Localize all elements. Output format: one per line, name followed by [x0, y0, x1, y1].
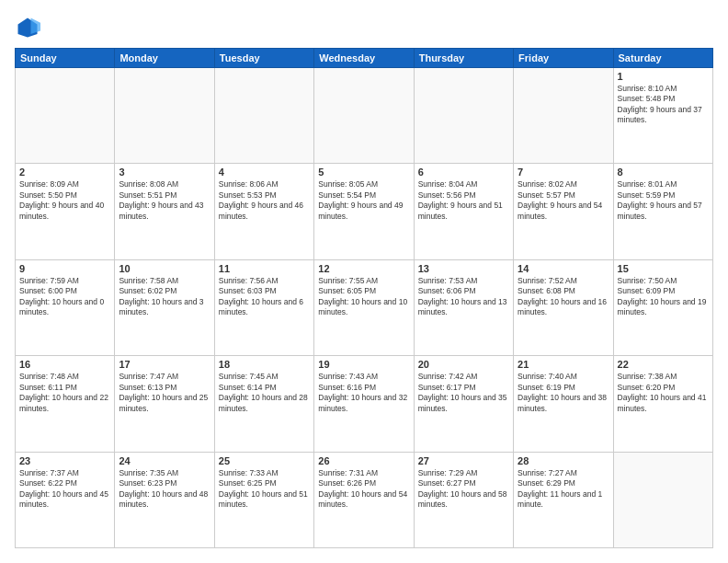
header — [15, 15, 713, 40]
weekday-header-sunday: Sunday — [16, 49, 115, 68]
day-number: 2 — [19, 167, 110, 178]
calendar-cell: 15Sunrise: 7:50 AM Sunset: 6:09 PM Dayli… — [613, 259, 712, 355]
weekday-header-tuesday: Tuesday — [214, 49, 313, 68]
day-number: 1 — [618, 71, 709, 82]
calendar-cell — [115, 68, 214, 164]
day-info: Sunrise: 7:29 AM Sunset: 6:27 PM Dayligh… — [418, 468, 509, 511]
calendar-week-3: 9Sunrise: 7:59 AM Sunset: 6:00 PM Daylig… — [16, 259, 713, 355]
day-info: Sunrise: 7:31 AM Sunset: 6:26 PM Dayligh… — [318, 468, 409, 511]
calendar-week-4: 16Sunrise: 7:48 AM Sunset: 6:11 PM Dayli… — [16, 356, 713, 452]
calendar-cell: 14Sunrise: 7:52 AM Sunset: 6:08 PM Dayli… — [514, 259, 613, 355]
day-info: Sunrise: 7:56 AM Sunset: 6:03 PM Dayligh… — [219, 276, 310, 318]
day-info: Sunrise: 7:58 AM Sunset: 6:02 PM Dayligh… — [119, 276, 210, 318]
calendar-cell: 22Sunrise: 7:38 AM Sunset: 6:20 PM Dayli… — [613, 356, 712, 452]
calendar-week-2: 2Sunrise: 8:09 AM Sunset: 5:50 PM Daylig… — [16, 164, 713, 259]
calendar-cell: 17Sunrise: 7:47 AM Sunset: 6:13 PM Dayli… — [115, 356, 214, 452]
calendar-cell: 27Sunrise: 7:29 AM Sunset: 6:27 PM Dayli… — [414, 452, 513, 547]
calendar-cell — [314, 68, 414, 164]
calendar-cell: 24Sunrise: 7:35 AM Sunset: 6:23 PM Dayli… — [115, 452, 214, 547]
calendar-cell: 21Sunrise: 7:40 AM Sunset: 6:19 PM Dayli… — [514, 356, 613, 452]
calendar-cell: 8Sunrise: 8:01 AM Sunset: 5:59 PM Daylig… — [613, 164, 712, 259]
day-number: 24 — [119, 455, 210, 466]
calendar-week-1: 1Sunrise: 8:10 AM Sunset: 5:48 PM Daylig… — [16, 68, 713, 164]
day-number: 3 — [119, 167, 210, 178]
day-number: 5 — [318, 167, 409, 178]
day-info: Sunrise: 7:55 AM Sunset: 6:05 PM Dayligh… — [318, 276, 409, 318]
day-info: Sunrise: 8:05 AM Sunset: 5:54 PM Dayligh… — [318, 179, 409, 222]
calendar-cell: 13Sunrise: 7:53 AM Sunset: 6:06 PM Dayli… — [414, 259, 513, 355]
day-info: Sunrise: 7:38 AM Sunset: 6:20 PM Dayligh… — [618, 372, 709, 414]
day-info: Sunrise: 7:33 AM Sunset: 6:25 PM Dayligh… — [219, 468, 310, 511]
day-info: Sunrise: 7:42 AM Sunset: 6:17 PM Dayligh… — [418, 372, 509, 414]
day-number: 17 — [119, 359, 210, 370]
calendar-cell: 25Sunrise: 7:33 AM Sunset: 6:25 PM Dayli… — [214, 452, 313, 547]
day-info: Sunrise: 7:37 AM Sunset: 6:22 PM Dayligh… — [19, 468, 110, 511]
day-number: 7 — [518, 167, 609, 178]
logo-icon — [15, 15, 40, 40]
calendar-cell: 6Sunrise: 8:04 AM Sunset: 5:56 PM Daylig… — [414, 164, 513, 259]
weekday-header-wednesday: Wednesday — [314, 49, 414, 68]
calendar-cell: 9Sunrise: 7:59 AM Sunset: 6:00 PM Daylig… — [16, 259, 115, 355]
day-info: Sunrise: 8:01 AM Sunset: 5:59 PM Dayligh… — [618, 179, 709, 222]
calendar-cell: 12Sunrise: 7:55 AM Sunset: 6:05 PM Dayli… — [314, 259, 414, 355]
day-info: Sunrise: 8:06 AM Sunset: 5:53 PM Dayligh… — [219, 179, 310, 222]
calendar-week-5: 23Sunrise: 7:37 AM Sunset: 6:22 PM Dayli… — [16, 452, 713, 547]
day-info: Sunrise: 8:09 AM Sunset: 5:50 PM Dayligh… — [19, 179, 110, 222]
svg-marker-1 — [31, 18, 41, 35]
day-number: 10 — [119, 263, 210, 274]
calendar-cell: 11Sunrise: 7:56 AM Sunset: 6:03 PM Dayli… — [214, 259, 313, 355]
day-number: 20 — [418, 359, 509, 370]
day-number: 4 — [219, 167, 310, 178]
day-number: 9 — [19, 263, 110, 274]
day-info: Sunrise: 8:10 AM Sunset: 5:48 PM Dayligh… — [618, 84, 709, 126]
day-number: 13 — [418, 263, 509, 274]
day-number: 19 — [318, 359, 409, 370]
calendar-cell: 10Sunrise: 7:58 AM Sunset: 6:02 PM Dayli… — [115, 259, 214, 355]
day-info: Sunrise: 7:45 AM Sunset: 6:14 PM Dayligh… — [219, 372, 310, 414]
day-info: Sunrise: 7:52 AM Sunset: 6:08 PM Dayligh… — [518, 276, 609, 318]
day-number: 23 — [19, 455, 110, 466]
day-number: 6 — [418, 167, 509, 178]
day-info: Sunrise: 8:08 AM Sunset: 5:51 PM Dayligh… — [119, 179, 210, 222]
calendar-cell: 2Sunrise: 8:09 AM Sunset: 5:50 PM Daylig… — [16, 164, 115, 259]
day-number: 15 — [618, 263, 709, 274]
day-info: Sunrise: 7:40 AM Sunset: 6:19 PM Dayligh… — [518, 372, 609, 414]
page: SundayMondayTuesdayWednesdayThursdayFrid… — [0, 0, 728, 563]
logo — [15, 15, 44, 40]
calendar-cell: 26Sunrise: 7:31 AM Sunset: 6:26 PM Dayli… — [314, 452, 414, 547]
calendar-cell: 1Sunrise: 8:10 AM Sunset: 5:48 PM Daylig… — [613, 68, 712, 164]
day-number: 26 — [318, 455, 409, 466]
day-info: Sunrise: 7:35 AM Sunset: 6:23 PM Dayligh… — [119, 468, 210, 511]
calendar-cell — [16, 68, 115, 164]
calendar-cell: 3Sunrise: 8:08 AM Sunset: 5:51 PM Daylig… — [115, 164, 214, 259]
calendar-cell — [214, 68, 313, 164]
weekday-header-row: SundayMondayTuesdayWednesdayThursdayFrid… — [16, 49, 713, 68]
day-info: Sunrise: 7:43 AM Sunset: 6:16 PM Dayligh… — [318, 372, 409, 414]
day-info: Sunrise: 7:50 AM Sunset: 6:09 PM Dayligh… — [618, 276, 709, 318]
day-number: 21 — [518, 359, 609, 370]
calendar-cell: 20Sunrise: 7:42 AM Sunset: 6:17 PM Dayli… — [414, 356, 513, 452]
calendar-cell — [414, 68, 513, 164]
day-number: 18 — [219, 359, 310, 370]
day-info: Sunrise: 7:48 AM Sunset: 6:11 PM Dayligh… — [19, 372, 110, 414]
calendar-cell — [613, 452, 712, 547]
calendar-cell: 7Sunrise: 8:02 AM Sunset: 5:57 PM Daylig… — [514, 164, 613, 259]
calendar-table: SundayMondayTuesdayWednesdayThursdayFrid… — [15, 48, 713, 548]
day-number: 12 — [318, 263, 409, 274]
day-info: Sunrise: 7:47 AM Sunset: 6:13 PM Dayligh… — [119, 372, 210, 414]
weekday-header-monday: Monday — [115, 49, 214, 68]
calendar-cell: 19Sunrise: 7:43 AM Sunset: 6:16 PM Dayli… — [314, 356, 414, 452]
calendar-cell: 4Sunrise: 8:06 AM Sunset: 5:53 PM Daylig… — [214, 164, 313, 259]
day-info: Sunrise: 7:59 AM Sunset: 6:00 PM Dayligh… — [19, 276, 110, 318]
day-info: Sunrise: 7:53 AM Sunset: 6:06 PM Dayligh… — [418, 276, 509, 318]
day-number: 16 — [19, 359, 110, 370]
day-number: 25 — [219, 455, 310, 466]
calendar-cell: 16Sunrise: 7:48 AM Sunset: 6:11 PM Dayli… — [16, 356, 115, 452]
weekday-header-thursday: Thursday — [414, 49, 513, 68]
day-number: 27 — [418, 455, 509, 466]
day-number: 22 — [618, 359, 709, 370]
calendar-cell — [514, 68, 613, 164]
calendar-cell: 28Sunrise: 7:27 AM Sunset: 6:29 PM Dayli… — [514, 452, 613, 547]
calendar-cell: 18Sunrise: 7:45 AM Sunset: 6:14 PM Dayli… — [214, 356, 313, 452]
weekday-header-saturday: Saturday — [613, 49, 712, 68]
